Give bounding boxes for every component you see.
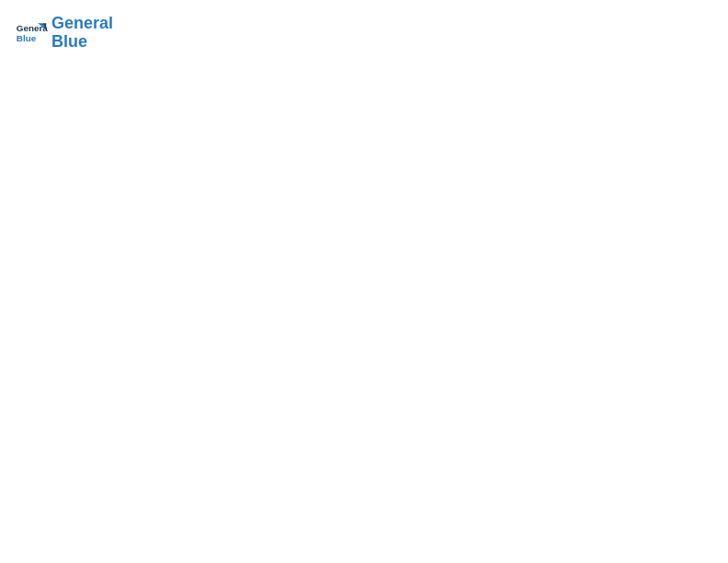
page-header: General Blue General Blue: [15, 15, 713, 52]
logo-icon: General Blue: [15, 17, 48, 50]
logo-text-blue: Blue: [51, 33, 113, 52]
svg-text:Blue: Blue: [17, 33, 37, 43]
logo-text: General: [51, 15, 113, 33]
logo: General Blue General Blue: [15, 15, 113, 52]
